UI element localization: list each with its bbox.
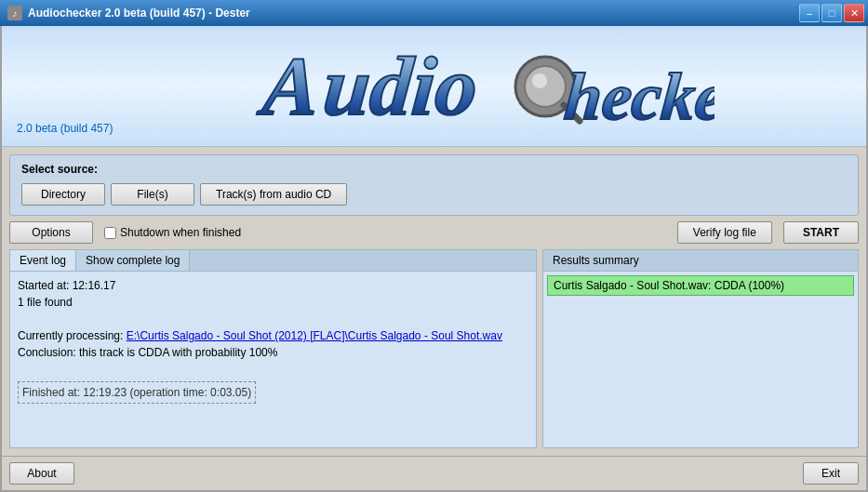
result-item-1: Curtis Salgado - Soul Shot.wav: CDDA (10… xyxy=(547,275,854,296)
event-log-content: Started at: 12:16.17 1 file found Curren… xyxy=(10,272,536,447)
log-finished: Finished at: 12:19.23 (operation time: 0… xyxy=(18,381,256,404)
log-path[interactable]: E:\Curtis Salgado - Soul Shot (2012) [FL… xyxy=(127,329,502,342)
log-line-4: Currently processing: E:\Curtis Salgado … xyxy=(18,327,528,344)
options-button[interactable]: Options xyxy=(9,221,93,244)
minimize-button[interactable]: – xyxy=(799,4,820,22)
results-panel: Results summary Curtis Salgado - Soul Sh… xyxy=(542,249,859,448)
title-bar-controls: – □ ✕ xyxy=(799,4,864,22)
app-icon: ♪ xyxy=(7,6,22,20)
panels-row: Event log Show complete log Started at: … xyxy=(9,249,859,448)
shutdown-checkbox-label[interactable]: Shutdown when finished xyxy=(104,226,241,239)
exit-button[interactable]: Exit xyxy=(803,462,859,485)
log-processing-label: Currently processing: xyxy=(18,329,127,342)
svg-text:hecker: hecker xyxy=(562,60,714,134)
close-button[interactable]: ✕ xyxy=(844,4,864,22)
content-area: Select source: Directory File(s) Track(s… xyxy=(2,147,866,456)
log-line-2: 1 file found xyxy=(18,294,528,311)
directory-button[interactable]: Directory xyxy=(21,183,105,206)
title-bar: ♪ Audiochecker 2.0 beta (build 457) - De… xyxy=(0,0,868,26)
source-buttons: Directory File(s) Track(s) from audio CD xyxy=(21,183,847,206)
about-button[interactable]: About xyxy=(9,462,74,485)
event-log-panel: Event log Show complete log Started at: … xyxy=(9,249,537,448)
shutdown-checkbox[interactable] xyxy=(104,227,116,239)
window-title: Audiochecker 2.0 beta (build 457) - Dest… xyxy=(28,7,250,20)
svg-point-4 xyxy=(532,73,547,88)
shutdown-label: Shutdown when finished xyxy=(120,226,241,239)
maximize-button[interactable]: □ xyxy=(821,4,842,22)
svg-text:A: A xyxy=(255,40,324,133)
select-source-section: Select source: Directory File(s) Track(s… xyxy=(9,154,859,216)
main-window: 2.0 beta (build 457) A udio hecker xyxy=(0,26,868,492)
log-line-3 xyxy=(18,311,528,327)
version-text: 2.0 beta (build 457) xyxy=(17,122,113,139)
title-bar-left: ♪ Audiochecker 2.0 beta (build 457) - De… xyxy=(7,6,250,20)
bottom-bar: About Exit xyxy=(2,456,866,490)
panel-tabs: Event log Show complete log xyxy=(10,250,536,272)
options-row: Options Shutdown when finished Verify lo… xyxy=(9,221,859,244)
results-header: Results summary xyxy=(543,250,858,272)
header-area: 2.0 beta (build 457) A udio hecker xyxy=(2,26,866,147)
log-line-5: Conclusion: this track is CDDA with prob… xyxy=(18,344,528,361)
select-source-label: Select source: xyxy=(21,163,847,176)
log-line-1: Started at: 12:16.17 xyxy=(18,277,528,294)
log-line-6 xyxy=(18,361,528,378)
tab-show-complete[interactable]: Show complete log xyxy=(76,250,190,271)
tab-event-log[interactable]: Event log xyxy=(10,250,76,271)
start-button[interactable]: START xyxy=(783,221,859,244)
app-logo: A udio hecker xyxy=(249,35,714,138)
svg-text:udio: udio xyxy=(320,40,482,133)
verify-log-button[interactable]: Verify log file xyxy=(677,221,772,244)
svg-point-3 xyxy=(525,66,566,107)
tracks-button[interactable]: Track(s) from audio CD xyxy=(200,183,347,206)
results-content: Curtis Salgado - Soul Shot.wav: CDDA (10… xyxy=(543,272,858,447)
logo-area: A udio hecker xyxy=(113,35,851,138)
files-button[interactable]: File(s) xyxy=(111,183,194,206)
